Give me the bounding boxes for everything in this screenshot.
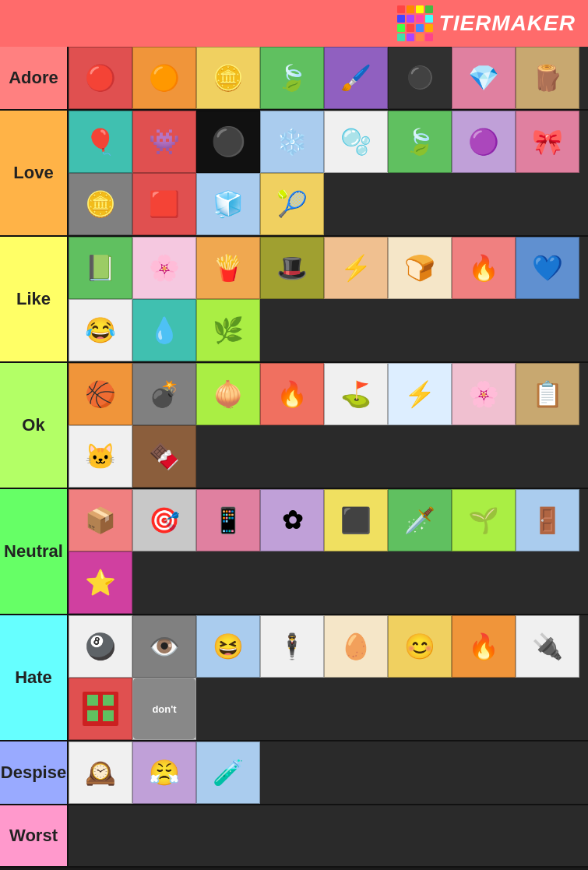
char-star: ⭐: [69, 551, 132, 614]
char-icecube2: 😆: [196, 615, 260, 678]
tier-row-like: Like 📗 🌸 🍟 🎩 ⚡ 🍞 🔥 💙 😂 💧 🌿: [0, 237, 588, 363]
tier-label-worst: Worst: [0, 805, 69, 866]
char-grassy2: 🌱: [452, 489, 516, 551]
char-bubble2: 🫧: [324, 111, 388, 173]
char-annoyed: 😤: [132, 741, 196, 804]
header: TierMaker: [0, 0, 588, 47]
char-lightning: ⚡: [388, 363, 452, 425]
tier-content-like: 📗 🌸 🍟 🎩 ⚡ 🍞 🔥 💙 😂 💧 🌿: [69, 237, 588, 361]
tier-content-worst: [69, 805, 588, 866]
char-coiny: 🪙: [196, 47, 260, 109]
char-leafy2: 🍃: [388, 111, 452, 173]
tier-content-love: 🎈 👾 ⚫ ❄️ 🫧 🍃 🟣 🎀 🪙 🟥 🧊 🎾: [69, 111, 588, 235]
char-door: 🚪: [516, 489, 579, 551]
char-blossom: ✿: [260, 489, 324, 551]
char-blackhole: ⚫: [388, 47, 452, 109]
tier-label-despise: Despise: [0, 741, 69, 804]
tier-label-like: Like: [0, 237, 69, 361]
tier-row-neutral: Neutral 📦 🎯 📱 ✿ ⬛ 🗡️ 🌱 🚪 ⭐: [0, 489, 588, 615]
tier-row-hate: Hate 🎱 👁️ 😆 🕴️ 🥚 😊 🔥 🔌: [0, 615, 588, 741]
char-eggy: 🥚: [324, 615, 388, 678]
tier-label-ok: Ok: [0, 363, 69, 488]
char-beaker: 🧪: [196, 741, 260, 804]
char-ruby: 💎: [452, 47, 516, 109]
char-fries: 👾: [132, 111, 196, 173]
char-loser: ⚡: [324, 237, 388, 299]
char-book: 📗: [69, 237, 132, 299]
char-basketball: 🏀: [69, 363, 132, 425]
char-redsquare: 🟥: [132, 173, 196, 235]
tiermaker-logo: TierMaker: [397, 5, 576, 41]
char-firey3: 🔥: [452, 615, 516, 678]
char-window: [69, 678, 132, 740]
char-firey2: 🔥: [260, 363, 324, 425]
tier-row-worst: Worst: [0, 805, 588, 868]
logo-title: TierMaker: [439, 11, 576, 36]
char-phone: 📱: [196, 489, 260, 551]
char-firey: 🔴: [69, 47, 132, 109]
char-bubble: 🟠: [132, 47, 196, 109]
tier-content-despise: 🕰️ 😤 🧪: [69, 741, 588, 804]
svg-rect-4: [103, 710, 114, 721]
char-chocolaty: 🍫: [132, 425, 196, 488]
char-flower: 🌸: [132, 237, 196, 299]
char-balloon: 🎈: [69, 111, 132, 173]
char-box: 📦: [69, 489, 132, 551]
char-target: 🎯: [132, 489, 196, 551]
char-flower2: 🌸: [452, 363, 516, 425]
tier-label-adore: Adore: [0, 47, 69, 109]
char-paintbrush: 🖌️: [324, 47, 388, 109]
char-smiler: 😊: [388, 615, 452, 678]
tier-content-hate: 🎱 👁️ 😆 🕴️ 🥚 😊 🔥 🔌: [69, 615, 588, 740]
char-golfball2: ⛳: [324, 363, 388, 425]
tier-label-hate: Hate: [0, 615, 69, 740]
tier-maker-container: TierMaker Adore 🔴 🟠 🪙 🍃 🖌️ ⚫ 💎 🪵 Love 🎈 …: [0, 0, 588, 868]
char-match: 🔥: [452, 237, 516, 299]
char-stick: 🕴️: [260, 615, 324, 678]
char-icecube: 🧊: [196, 173, 260, 235]
tier-row-adore: Adore 🔴 🟠 🪙 🍃 🖌️ ⚫ 💎 🪵: [0, 47, 588, 111]
char-toasty: 🍞: [388, 237, 452, 299]
char-cat: 🐱: [69, 425, 132, 488]
char-clipboard: 📋: [516, 363, 579, 425]
char-tennisball: 🎾: [260, 173, 324, 235]
char-blue: 💙: [516, 237, 579, 299]
char-8ball: 🎱: [69, 615, 132, 678]
tier-label-neutral: Neutral: [0, 489, 69, 614]
char-dont: don't: [132, 678, 196, 740]
svg-rect-2: [103, 695, 114, 706]
char-woody: 🪵: [516, 47, 579, 109]
char-plug: 🔌: [516, 615, 579, 678]
char-fries2: 🍟: [196, 237, 260, 299]
svg-rect-1: [87, 695, 98, 706]
tier-content-adore: 🔴 🟠 🪙 🍃 🖌️ ⚫ 💎 🪵: [69, 47, 588, 109]
char-golfball: ⚫: [196, 111, 260, 173]
char-teardrop: 💧: [132, 299, 196, 361]
logo-icon: [397, 5, 433, 41]
tier-row-ok: Ok 🏀 💣 🧅 🔥 ⛳ ⚡ 🌸 📋 🐱 🍫: [0, 363, 588, 489]
char-spongy: 🎩: [260, 237, 324, 299]
char-black2: ⬛: [324, 489, 388, 551]
char-bow: 🎀: [516, 111, 579, 173]
svg-rect-3: [87, 710, 98, 721]
tier-content-neutral: 📦 🎯 📱 ✿ ⬛ 🗡️ 🌱 🚪 ⭐: [69, 489, 588, 614]
char-leafy: 🍃: [260, 47, 324, 109]
char-grassy: 🌿: [196, 299, 260, 361]
char-laughy: 😂: [69, 299, 132, 361]
char-snowball: ❄️: [260, 111, 324, 173]
char-bomby: 💣: [132, 363, 196, 425]
char-onion: 🧅: [196, 363, 260, 425]
char-dagger: 🗡️: [388, 489, 452, 551]
char-clock: 🕰️: [69, 741, 132, 804]
tier-content-ok: 🏀 💣 🧅 🔥 ⛳ ⚡ 🌸 📋 🐱 🍫: [69, 363, 588, 488]
char-eye: 👁️: [132, 615, 196, 678]
tier-label-love: Love: [0, 111, 69, 235]
tier-row-despise: Despise 🕰️ 😤 🧪: [0, 741, 588, 805]
char-nickel: 🪙: [69, 173, 132, 235]
char-purpleface: 🟣: [452, 111, 516, 173]
tier-row-love: Love 🎈 👾 ⚫ ❄️ 🫧 🍃 🟣 🎀 🪙 🟥 🧊 🎾: [0, 111, 588, 237]
